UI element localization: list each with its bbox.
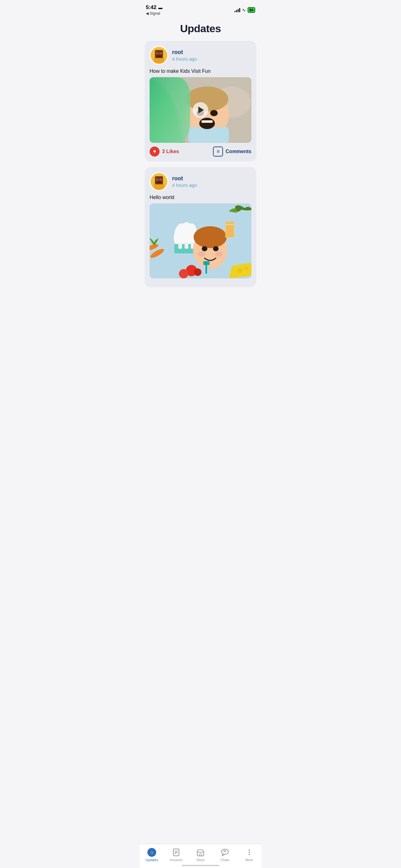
avatar-image	[151, 173, 167, 190]
avatar	[149, 46, 168, 65]
svg-rect-17	[156, 179, 158, 180]
post-time: 4 hours ago	[172, 183, 197, 188]
post-header: root 4 hours ago	[149, 46, 252, 65]
comments-icon	[213, 147, 223, 157]
wifi-icon: ∿	[242, 7, 246, 12]
svg-point-39	[237, 268, 242, 273]
signal-strength-icon	[235, 8, 240, 12]
svg-rect-42	[226, 221, 234, 224]
content-area: root 4 hours ago How to make Kids Visit …	[140, 41, 261, 324]
svg-point-11	[199, 118, 215, 129]
svg-point-14	[210, 110, 218, 116]
svg-rect-3	[160, 53, 162, 54]
post-meta: root 4 hours ago	[172, 175, 197, 188]
svg-point-31	[215, 251, 223, 256]
post-image	[149, 77, 252, 143]
svg-rect-24	[185, 243, 188, 249]
post-card: root 4 hours ago How to make Kids Visit …	[144, 41, 257, 161]
svg-rect-12	[201, 120, 213, 123]
svg-rect-33	[203, 261, 209, 265]
post-image-svg	[149, 204, 252, 278]
svg-point-38	[194, 269, 201, 276]
svg-rect-4	[158, 53, 160, 54]
comments-label: Comments	[226, 149, 252, 154]
carrier-label: ◀ Signal	[146, 11, 162, 16]
svg-rect-23	[178, 243, 182, 249]
heart-icon: ♥	[149, 147, 160, 157]
page-title: Updates	[140, 23, 261, 35]
post-image-visual	[149, 77, 252, 143]
play-button[interactable]	[193, 102, 208, 118]
avatar-image	[151, 47, 167, 64]
post-image	[149, 204, 252, 278]
avatar	[149, 172, 168, 191]
comments-button[interactable]: Comments	[213, 147, 252, 157]
post-card: root 4 hours ago Hello world	[144, 167, 257, 287]
svg-rect-10	[188, 127, 229, 143]
time-display: 5:42	[146, 4, 157, 11]
post-actions: ♥ 3 Likes Comments	[149, 147, 252, 157]
post-time: 4 hours ago	[172, 56, 197, 62]
svg-point-30	[198, 251, 205, 256]
svg-rect-43	[226, 225, 234, 237]
battery-indicator: 84	[248, 7, 255, 13]
post-caption: How to make Kids Visit Fun	[149, 68, 252, 74]
svg-point-27	[194, 226, 227, 248]
svg-rect-5	[157, 56, 162, 57]
svg-rect-15	[154, 184, 164, 190]
svg-rect-0	[154, 58, 164, 64]
svg-point-28	[202, 246, 207, 251]
post-author: root	[172, 175, 197, 182]
svg-rect-32	[205, 264, 207, 274]
post-header: root 4 hours ago	[149, 172, 252, 191]
status-bar: 5:42 ▬ ◀ Signal ∿ 84	[140, 0, 261, 17]
svg-rect-20	[157, 182, 162, 183]
svg-point-40	[244, 267, 248, 270]
svg-rect-19	[158, 179, 160, 180]
status-time: 5:42 ▬	[146, 4, 162, 11]
svg-point-29	[213, 246, 219, 251]
likes-button[interactable]: ♥ 3 Likes	[149, 147, 179, 157]
post-caption: Hello world	[149, 195, 252, 200]
likes-count: 3 Likes	[162, 149, 179, 154]
post-image-visual	[149, 204, 252, 278]
svg-point-37	[179, 269, 188, 278]
status-left: 5:42 ▬ ◀ Signal	[146, 4, 162, 16]
post-meta: root 4 hours ago	[172, 49, 197, 62]
svg-rect-18	[160, 179, 162, 180]
status-right: ∿ 84	[235, 7, 255, 13]
post-author: root	[172, 49, 197, 56]
svg-rect-2	[156, 53, 158, 54]
card-icon: ▬	[158, 5, 162, 10]
